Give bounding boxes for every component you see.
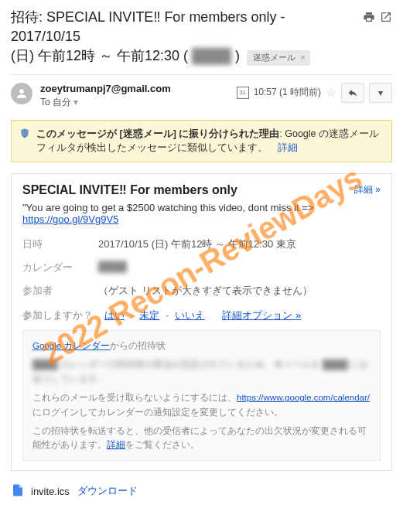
- calendar-value: ████: [98, 261, 127, 272]
- footer-line3b: にログインしてカレンダーの通知設定を変更してください。: [32, 408, 283, 417]
- rsvp-label: 参加しますか？: [22, 309, 93, 321]
- when-value: 2017/10/15 (日) 午前12時 ～ 午前12:30 東京: [98, 233, 319, 256]
- invite-details-link[interactable]: 詳細 »: [354, 183, 381, 196]
- to-label: To: [40, 97, 50, 107]
- print-icon[interactable]: [363, 9, 375, 22]
- spam-label-remove[interactable]: ×: [300, 52, 305, 63]
- rsvp-maybe[interactable]: 未定: [139, 309, 159, 321]
- more-button[interactable]: ▾: [369, 83, 392, 103]
- guests-value: （ゲスト リストが大きすぎて表示できません）: [98, 279, 319, 302]
- rsvp-yes[interactable]: はい: [104, 309, 125, 321]
- shield-icon: [19, 127, 30, 156]
- footer-details-link[interactable]: 詳細: [107, 440, 125, 449]
- footer-line2: ████ カレンダーの招待状の受信が設定されているため、本メールを ████ に…: [32, 360, 369, 383]
- subject-line2b: ): [235, 48, 240, 63]
- email-subject: 招待: SPECIAL INVITE‼ For members only - 2…: [11, 8, 392, 66]
- footer-line1-text: からの招待状: [110, 341, 166, 350]
- footer-cal-url[interactable]: https://www.google.com/calendar/: [237, 393, 370, 402]
- expand-recipients-icon[interactable]: ▾: [73, 97, 78, 107]
- email-header: zoeytrumanpj7@gmail.com To 自分 ▾ 31 10:57…: [11, 83, 392, 109]
- reply-button[interactable]: [341, 83, 364, 103]
- timestamp: 10:57 (1 時間前): [254, 86, 321, 99]
- gcal-link[interactable]: Google カレンダー: [32, 341, 110, 350]
- rsvp-no[interactable]: いいえ: [175, 309, 205, 321]
- spam-label[interactable]: 迷惑メール ×: [247, 50, 309, 65]
- invite-title: SPECIAL INVITE‼ For members only: [22, 183, 237, 197]
- download-link[interactable]: ダウンロード: [77, 484, 138, 498]
- invite-description: "You are going to get a $2500 watching t…: [22, 202, 381, 225]
- attachment-name: invite.ics: [31, 486, 70, 497]
- guests-label: 参加者: [22, 279, 98, 302]
- star-icon[interactable]: ☆: [326, 85, 336, 100]
- calendar-invite-card: SPECIAL INVITE‼ For members only 詳細 » "Y…: [11, 173, 392, 471]
- invite-details-table: 日時 2017/10/15 (日) 午前12時 ～ 午前12:30 東京 カレン…: [22, 233, 319, 302]
- rsvp-sep2: -: [166, 309, 172, 321]
- spam-label-text: 迷惑メール: [253, 52, 295, 63]
- subject-redacted: ████: [192, 48, 231, 63]
- attachment-row: invite.ics ダウンロード: [11, 482, 392, 501]
- when-label: 日時: [22, 233, 98, 256]
- calendar-label: カレンダー: [22, 256, 98, 279]
- popout-icon[interactable]: [380, 9, 392, 22]
- spam-banner: このメッセージが [迷惑メール] に振り分けられた理由: Google の迷惑メ…: [11, 120, 392, 163]
- footer-line4a: この招待状を転送すると、他の受信者によってあなたの出欠状況が変更される可能性があ…: [32, 426, 367, 449]
- desc-text: "You are going to get a $2500 watching t…: [22, 202, 313, 213]
- subject-line1: 招待: SPECIAL INVITE‼ For members only - 2…: [11, 9, 285, 44]
- invite-footer: Google カレンダーからの招待状 ████ カレンダーの招待状の受信が設定さ…: [22, 330, 381, 461]
- rsvp-more-options[interactable]: 詳細オプション »: [222, 309, 301, 321]
- rsvp-row: 参加しますか？ はい - 未定 - いいえ 詳細オプション »: [22, 309, 381, 322]
- from-address: zoeytrumanpj7@gmail.com: [40, 83, 237, 94]
- banner-bold: このメッセージが [迷惑メール] に振り分けられた理由: [36, 128, 279, 139]
- banner-details-link[interactable]: 詳細: [278, 142, 298, 153]
- footer-line3a: これらのメールを受け取らないようにするには、: [32, 393, 237, 402]
- calendar-icon: 31: [237, 87, 249, 99]
- rsvp-sep1: -: [130, 309, 136, 321]
- desc-link[interactable]: https://goo.gl/9Vg9V5: [22, 213, 118, 225]
- to-value: 自分: [53, 97, 71, 107]
- subject-line2a: (日) 午前12時 ～ 午前12:30 (: [11, 48, 188, 63]
- footer-line4b: をご覧ください。: [125, 440, 200, 449]
- sender-avatar: [11, 83, 32, 104]
- separator: [11, 74, 392, 75]
- file-icon: [11, 482, 25, 501]
